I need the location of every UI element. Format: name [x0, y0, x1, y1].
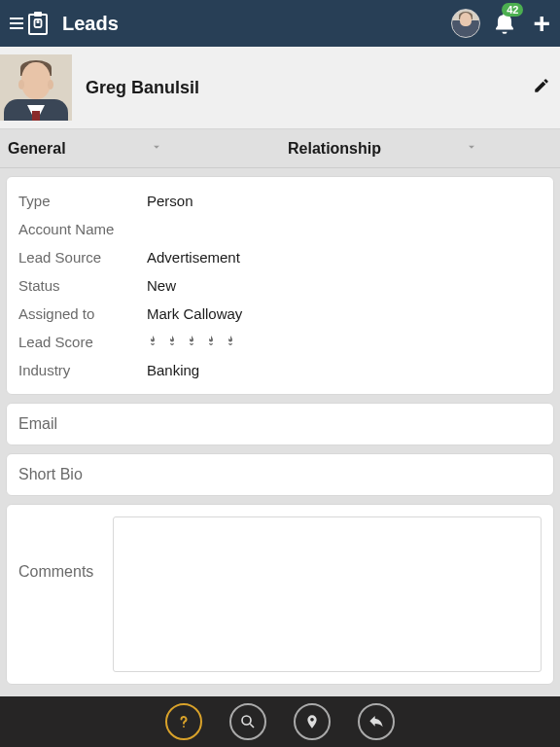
- section-label: Email: [18, 415, 57, 432]
- section-label: Short Bio: [18, 466, 83, 482]
- flame-icon: [186, 333, 197, 352]
- tab-general[interactable]: General: [0, 140, 280, 158]
- tablist: General Relationship: [0, 129, 560, 168]
- search-button[interactable]: [229, 703, 266, 740]
- search-icon: [239, 713, 257, 730]
- flame-icon: [166, 333, 178, 352]
- edit-button[interactable]: [533, 77, 550, 98]
- field-label: Lead Score: [18, 334, 147, 350]
- svg-point-5: [242, 716, 251, 725]
- comments-section: Comments: [6, 504, 554, 685]
- field-label: Assigned to: [18, 305, 147, 322]
- chevron-down-icon: [150, 140, 163, 158]
- add-button[interactable]: +: [529, 9, 554, 38]
- reply-icon: [367, 714, 386, 729]
- field-label: Type: [18, 193, 147, 209]
- short-bio-section[interactable]: Short Bio: [6, 453, 554, 496]
- tab-relationship[interactable]: Relationship: [280, 140, 560, 158]
- svg-point-4: [183, 726, 185, 728]
- tab-label: Relationship: [288, 140, 381, 158]
- flame-icon: [147, 333, 158, 352]
- field-assigned-to: Assigned to Mark Calloway: [18, 300, 542, 328]
- field-value[interactable]: New: [147, 277, 176, 294]
- page-title: Leads: [62, 13, 451, 35]
- email-section[interactable]: Email: [6, 403, 554, 445]
- field-lead-score: Lead Score: [18, 328, 542, 356]
- svg-point-3: [36, 20, 39, 23]
- flame-icon: [225, 333, 236, 352]
- plus-icon: +: [533, 7, 550, 39]
- content-area: Type Person Account Name Lead Source Adv…: [0, 168, 560, 685]
- back-button[interactable]: [358, 703, 395, 740]
- field-account-name: Account Name: [18, 215, 542, 243]
- field-value[interactable]: Mark Calloway: [147, 305, 242, 322]
- menu-icon: [10, 18, 23, 29]
- comments-input[interactable]: [113, 516, 542, 672]
- svg-line-6: [250, 724, 254, 728]
- field-industry: Industry Banking: [18, 356, 542, 384]
- section-label: Comments: [18, 563, 93, 581]
- menu-button[interactable]: [6, 6, 54, 41]
- location-button[interactable]: [294, 703, 331, 740]
- lead-name: Greg Banulsil: [86, 78, 533, 98]
- clipboard-icon: [25, 10, 51, 37]
- notification-badge: 42: [502, 3, 523, 17]
- pin-icon: [304, 712, 320, 731]
- flame-icon: [205, 333, 217, 352]
- svg-rect-1: [34, 12, 42, 17]
- lead-score-flames[interactable]: [147, 333, 236, 352]
- pencil-icon: [533, 81, 550, 97]
- general-card: Type Person Account Name Lead Source Adv…: [6, 176, 554, 395]
- field-label: Account Name: [18, 221, 147, 237]
- help-button[interactable]: [165, 703, 202, 740]
- field-status: Status New: [18, 271, 542, 300]
- field-value[interactable]: Banking: [147, 362, 199, 378]
- field-label: Status: [18, 277, 147, 294]
- svg-rect-0: [29, 15, 47, 34]
- lead-avatar[interactable]: [0, 54, 72, 121]
- tab-label: General: [8, 140, 66, 158]
- topbar: Leads 42 +: [0, 0, 560, 47]
- field-value[interactable]: Person: [147, 193, 193, 209]
- help-icon: [174, 712, 193, 731]
- field-label: Lead Source: [18, 249, 147, 266]
- lead-header: Greg Banulsil: [0, 47, 560, 129]
- notifications-button[interactable]: 42: [492, 11, 517, 36]
- user-avatar[interactable]: [451, 9, 480, 38]
- field-value[interactable]: Advertisement: [147, 249, 240, 266]
- field-type: Type Person: [18, 187, 542, 215]
- field-lead-source: Lead Source Advertisement: [18, 243, 542, 271]
- bottombar: [0, 696, 560, 747]
- field-label: Industry: [18, 362, 147, 378]
- chevron-down-icon: [465, 140, 478, 158]
